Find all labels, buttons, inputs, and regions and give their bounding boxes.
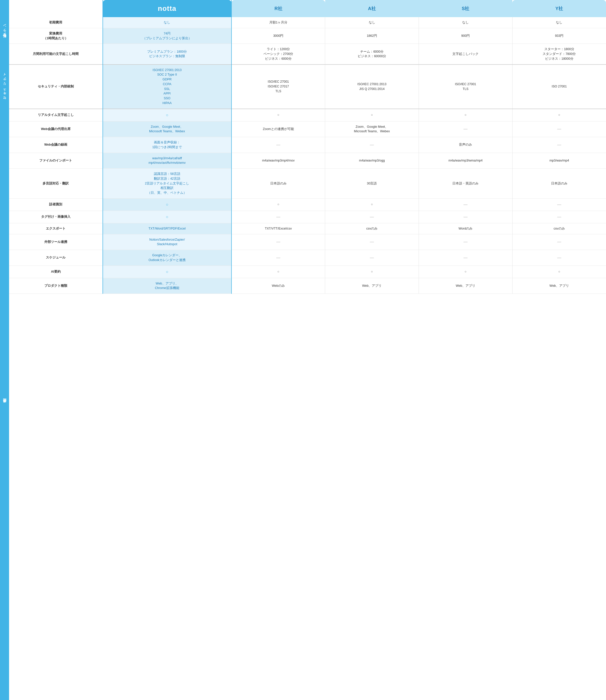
y-cell: —	[512, 234, 606, 250]
s-cell: 音声のみ	[419, 137, 512, 153]
y-cell: 日本語のみ	[512, 168, 606, 199]
side-labels: 料金プラン セキュリティ 機能	[0, 0, 9, 700]
notta-cell: Web、アプリ、 Chrome拡張機能	[103, 278, 231, 294]
page-wrapper: 料金プラン セキュリティ 機能	[0, 0, 606, 700]
table-row: リアルタイム文字起こし○○○○○	[9, 109, 606, 121]
table-row: Web会議の録画画面＆音声収録： 1回につき2時間まで——音声のみ—	[9, 137, 606, 153]
s-cell: —	[419, 121, 512, 137]
r-cell: —	[231, 137, 325, 153]
r-cell: TXT/VTT/Excel/csv	[231, 223, 325, 234]
y-cell: —	[512, 198, 606, 211]
feature-cell: 初期費用	[9, 17, 103, 28]
y-cell: —	[512, 211, 606, 223]
y-cell: —	[512, 250, 606, 266]
r-cell: —	[231, 250, 325, 266]
s-cell: —	[419, 250, 512, 266]
table-row: 月間利用可能の文字起こし時間プレミアムプラン：1800分 ビジネスプラン：無制限…	[9, 44, 606, 65]
s-cell: Wordのみ	[419, 223, 512, 234]
notta-cell: ○	[103, 211, 231, 223]
table-row: スケジュールGoogleカレンダー、 Outlookカレンダーと連携————	[9, 250, 606, 266]
r-cell: —	[231, 234, 325, 250]
table-row: AI要約○○○○○	[9, 266, 606, 278]
y-cell: ISO 27001	[512, 65, 606, 109]
a-cell: —	[325, 250, 419, 266]
feature-cell: リアルタイム文字起こし	[9, 109, 103, 121]
r-cell: Webのみ	[231, 278, 325, 294]
s-cell: ISO/IEC 27001 TLS	[419, 65, 512, 109]
a-cell: —	[325, 234, 419, 250]
a-cell: チーム：6000分 ビジネス：60000分	[325, 44, 419, 65]
feature-cell: タグ付け・画像挿入	[9, 211, 103, 223]
s-cell: 900円	[419, 28, 512, 44]
feature-cell: スケジュール	[9, 250, 103, 266]
pricing-label: 料金プラン	[0, 0, 9, 66]
r-cell: ○	[231, 266, 325, 278]
notta-logo: notta	[106, 4, 229, 13]
feature-cell: 外部ツール連携	[9, 234, 103, 250]
notta-cell: 画面＆音声収録： 1回につき2時間まで	[103, 137, 231, 153]
r-cell: ライト：1200分 ベーシック：2700分 ビジネス：6000分	[231, 44, 325, 65]
feature-cell: エクスポート	[9, 223, 103, 234]
y-cell: スターター：1800分 スタンダード：7800分 ビジネス：18000分	[512, 44, 606, 65]
notta-cell: 認識言語：58言語 翻訳言語：42言語 2言語リアルタイム文字起こし 相互翻訳 …	[103, 168, 231, 199]
feature-cell: 変換費用 （1時間あたり）	[9, 28, 103, 44]
y-cell: ○	[512, 109, 606, 121]
table-row: エクスポートTXT/Word/SRT/PDF/ExcelTXT/VTT/Exce…	[9, 223, 606, 234]
header-notta: notta	[103, 0, 231, 17]
s-cell: Web、アプリ	[419, 278, 512, 294]
feature-cell: ファイルのインポート	[9, 153, 103, 168]
header-y: Y社	[512, 0, 606, 17]
s-cell: ○	[419, 266, 512, 278]
feature-cell: 多言語対応・翻訳	[9, 168, 103, 199]
a-cell: —	[325, 211, 419, 223]
r-cell: 日本語のみ	[231, 168, 325, 199]
r-cell: ○	[231, 198, 325, 211]
y-cell: —	[512, 137, 606, 153]
notta-cell: Zoom、Google Meet、 Microsoft Teams、Webex	[103, 121, 231, 137]
notta-cell: wav/mp3/m4a/caf/aiff mp4/mov/avi/flv/rmv…	[103, 153, 231, 168]
comparison-table-wrapper: notta R社 A社 S社 Y社	[9, 0, 606, 700]
r-cell: —	[231, 211, 325, 223]
table-row: 初期費用なし月額1ヶ月分なしなしなし	[9, 17, 606, 28]
s-cell: ○	[419, 109, 512, 121]
a-cell: なし	[325, 17, 419, 28]
feature-cell: セキュリティ・内部統制	[9, 65, 103, 109]
notta-cell: ○	[103, 109, 231, 121]
feature-cell: AI要約	[9, 266, 103, 278]
a-cell: ○	[325, 198, 419, 211]
y-cell: なし	[512, 17, 606, 28]
r-cell: ○	[231, 109, 325, 121]
table-row: ファイルのインポートwav/mp3/m4a/caf/aiff mp4/mov/a…	[9, 153, 606, 168]
notta-cell: なし	[103, 17, 231, 28]
notta-cell: Notion/Salesforce/Zapier/ Slack/Hubspot	[103, 234, 231, 250]
y-cell: 933円	[512, 28, 606, 44]
a-cell: ISO/IEC 27001:2013 JIS Q 27001:2014	[325, 65, 419, 109]
a-cell: —	[325, 137, 419, 153]
s-cell: 日本語・英語のみ	[419, 168, 512, 199]
features-label: 機能	[0, 110, 9, 700]
notta-cell: ISO/IEC 27001:2013 SOC 2 Type II GDPR CC…	[103, 65, 231, 109]
table-row: タグ付け・画像挿入○————	[9, 211, 606, 223]
s-cell: m4a/wav/mp3/wma/mp4	[419, 153, 512, 168]
y-cell: mp3/wav/mp4	[512, 153, 606, 168]
comparison-table: notta R社 A社 S社 Y社	[9, 0, 606, 294]
a-cell: m4a/wav/mp3/ogg	[325, 153, 419, 168]
s-cell: 文字起こしバック	[419, 44, 512, 65]
table-row: 話者識別○○○——	[9, 198, 606, 211]
table-row: 外部ツール連携Notion/Salesforce/Zapier/ Slack/H…	[9, 234, 606, 250]
s-cell: —	[419, 211, 512, 223]
feature-cell: 話者識別	[9, 198, 103, 211]
table-row: 変換費用 （1時間あたり）74円 （プレミアムプランにより算出）3000円186…	[9, 28, 606, 44]
table-row: プロダクト種類Web、アプリ、 Chrome拡張機能WebのみWeb、アプリWe…	[9, 278, 606, 294]
table-row: Web会議の代理出席Zoom、Google Meet、 Microsoft Te…	[9, 121, 606, 137]
r-cell: m4a/wav/mp3mp4/mov	[231, 153, 325, 168]
security-label: セキュリティ	[0, 66, 9, 110]
table-row: 多言語対応・翻訳認識言語：58言語 翻訳言語：42言語 2言語リアルタイム文字起…	[9, 168, 606, 199]
notta-cell: TXT/Word/SRT/PDF/Excel	[103, 223, 231, 234]
header-feature	[9, 0, 103, 17]
header-a: A社	[325, 0, 419, 17]
a-cell: ○	[325, 266, 419, 278]
a-cell: ○	[325, 109, 419, 121]
a-cell: Web、アプリ	[325, 278, 419, 294]
notta-cell: プレミアムプラン：1800分 ビジネスプラン：無制限	[103, 44, 231, 65]
